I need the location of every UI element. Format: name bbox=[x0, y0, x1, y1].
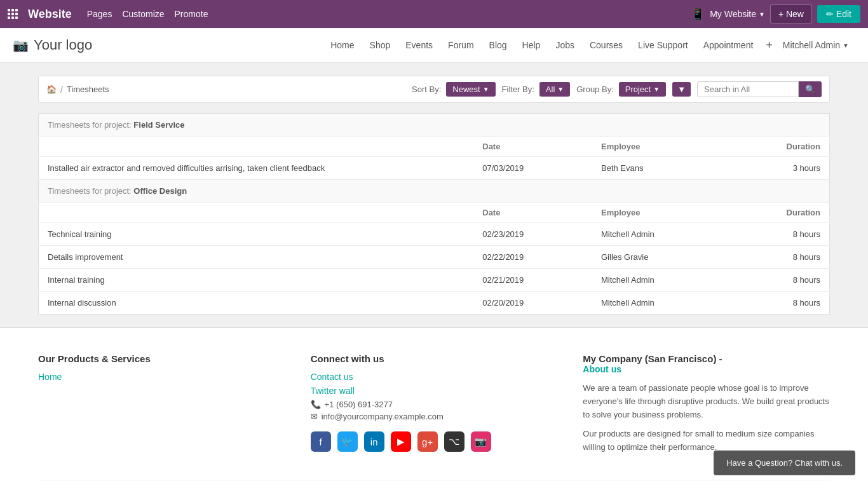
project1-header-cell: Timesheets for project: Field Service bbox=[39, 114, 830, 137]
instagram-icon[interactable]: 📷 bbox=[471, 431, 491, 452]
social-icons: f 🐦 in ▶ g+ ⌥ 📷 bbox=[311, 431, 558, 452]
breadcrumb-separator: / bbox=[60, 85, 63, 95]
row-description: Details improvement bbox=[39, 246, 474, 269]
nav-events[interactable]: Events bbox=[399, 36, 439, 54]
project2-header-row: Timesheets for project: Office Design bbox=[39, 180, 830, 203]
timesheet-table: Timesheets for project: Field Service Da… bbox=[38, 113, 830, 315]
col-header-dur1: Duration bbox=[750, 137, 830, 157]
sort-button[interactable]: Newest ▼ bbox=[446, 82, 495, 97]
user-caret: ▼ bbox=[843, 42, 849, 49]
nav-blog[interactable]: Blog bbox=[483, 36, 513, 54]
table-row[interactable]: Internal discussion 02/20/2019 Mitchell … bbox=[39, 292, 830, 315]
row-description: Internal discussion bbox=[39, 292, 474, 315]
nav-live-support[interactable]: Live Support bbox=[632, 36, 695, 54]
sort-label: Sort By: bbox=[412, 85, 441, 94]
footer-phone: 📞 +1 (650) 691-3277 bbox=[311, 400, 558, 409]
row-duration: 3 hours bbox=[750, 157, 830, 180]
row-duration: 8 hours bbox=[750, 246, 830, 269]
edit-button[interactable]: ✏ Edit bbox=[817, 5, 860, 23]
nav-forum[interactable]: Forum bbox=[442, 36, 480, 54]
top-bar-right: 📱 My Website ▼ + New ✏ Edit bbox=[691, 4, 860, 24]
add-nav-button[interactable]: + bbox=[762, 39, 776, 52]
breadcrumb-home-icon[interactable]: 🏠 bbox=[46, 85, 57, 94]
row-duration: 8 hours bbox=[750, 292, 830, 315]
row-description: Installed air extractor and removed diff… bbox=[39, 157, 474, 180]
promote-nav-link[interactable]: Promote bbox=[175, 9, 208, 19]
search-input[interactable] bbox=[697, 81, 799, 97]
footer-col-products: Our Products & Services Home bbox=[38, 353, 285, 461]
extra-filter-button[interactable]: ▼ bbox=[672, 82, 691, 97]
row-date: 02/20/2019 bbox=[473, 292, 592, 315]
footer-col2-title: Connect with us bbox=[311, 353, 558, 364]
github-icon[interactable]: ⌥ bbox=[444, 431, 465, 452]
table-row[interactable]: Installed air extractor and removed diff… bbox=[39, 157, 830, 180]
footer-email: ✉ info@yourcompany.example.com bbox=[311, 412, 558, 421]
table-row[interactable]: Technical training 02/23/2019 Mitchell A… bbox=[39, 223, 830, 246]
top-bar-nav: Pages Customize Promote bbox=[87, 9, 681, 19]
footer-col3-title: My Company (San Francisco) - About us bbox=[583, 353, 830, 374]
filter-label: Filter By: bbox=[502, 85, 534, 94]
nav-courses[interactable]: Courses bbox=[583, 36, 629, 54]
my-website-caret: ▼ bbox=[759, 11, 765, 18]
search-button[interactable]: 🔍 bbox=[799, 81, 822, 97]
row-employee: Mitchell Admin bbox=[592, 269, 750, 292]
footer-about-link[interactable]: About us bbox=[583, 364, 830, 374]
filter-caret: ▼ bbox=[557, 86, 564, 93]
grid-menu-button[interactable] bbox=[8, 9, 18, 19]
row-employee: Mitchell Admin bbox=[592, 223, 750, 246]
footer-home-link[interactable]: Home bbox=[38, 372, 285, 382]
logo-area: 📷 Your logo bbox=[13, 37, 92, 53]
sort-caret: ▼ bbox=[483, 86, 489, 93]
project2-col-headers: Date Employee Duration bbox=[39, 203, 830, 223]
linkedin-icon[interactable]: in bbox=[364, 431, 384, 452]
googleplus-icon[interactable]: g+ bbox=[417, 431, 438, 452]
nav-help[interactable]: Help bbox=[516, 36, 547, 54]
group-caret: ▼ bbox=[653, 86, 660, 93]
user-name: Mitchell Admin bbox=[783, 40, 840, 50]
footer-twitter-link[interactable]: Twitter wall bbox=[311, 386, 558, 396]
footer-col1-title: Our Products & Services bbox=[38, 353, 285, 364]
sort-group: Sort By: Newest ▼ bbox=[412, 82, 496, 97]
logo-text: Your logo bbox=[34, 37, 92, 53]
col-header-date2: Date bbox=[473, 203, 592, 223]
search-wrap: 🔍 bbox=[697, 81, 822, 97]
logo-icon: 📷 bbox=[13, 37, 29, 53]
table-row[interactable]: Details improvement 02/22/2019 Gilles Gr… bbox=[39, 246, 830, 269]
site-main-nav: Home Shop Events Forum Blog Help Jobs Co… bbox=[324, 36, 776, 54]
group-button[interactable]: Project ▼ bbox=[619, 82, 666, 97]
breadcrumb: 🏠 / Timesheets bbox=[46, 85, 405, 95]
nav-appointment[interactable]: Appointment bbox=[697, 36, 760, 54]
row-employee: Beth Evans bbox=[592, 157, 750, 180]
nav-jobs[interactable]: Jobs bbox=[549, 36, 581, 54]
footer-grid: Our Products & Services Home Connect wit… bbox=[38, 353, 830, 461]
row-description: Technical training bbox=[39, 223, 474, 246]
col-header-dur2: Duration bbox=[750, 203, 830, 223]
table-row[interactable]: Internal training 02/21/2019 Mitchell Ad… bbox=[39, 269, 830, 292]
filter-button[interactable]: All ▼ bbox=[539, 82, 570, 97]
nav-shop[interactable]: Shop bbox=[363, 36, 397, 54]
footer-bottom: Copyright © My Company (San Francisco) E… bbox=[38, 480, 830, 488]
nav-home[interactable]: Home bbox=[324, 36, 360, 54]
row-employee: Mitchell Admin bbox=[592, 292, 750, 315]
twitter-icon[interactable]: 🐦 bbox=[337, 431, 358, 452]
project1-header-row: Timesheets for project: Field Service bbox=[39, 114, 830, 137]
breadcrumb-current: Timesheets bbox=[67, 85, 109, 94]
youtube-icon[interactable]: ▶ bbox=[391, 431, 411, 452]
chat-button[interactable]: Have a Question? Chat with us. bbox=[714, 451, 855, 475]
footer-col-connect: Connect with us Contact us Twitter wall … bbox=[311, 353, 558, 461]
pages-nav-link[interactable]: Pages bbox=[87, 9, 112, 19]
my-website-button[interactable]: My Website ▼ bbox=[710, 9, 765, 19]
new-button[interactable]: + New bbox=[770, 4, 812, 24]
row-employee: Gilles Gravie bbox=[592, 246, 750, 269]
user-menu-button[interactable]: Mitchell Admin ▼ bbox=[776, 36, 855, 54]
row-duration: 8 hours bbox=[750, 269, 830, 292]
mobile-preview-button[interactable]: 📱 bbox=[691, 7, 705, 21]
top-bar: Website Pages Customize Promote 📱 My Web… bbox=[0, 0, 868, 28]
customize-nav-link[interactable]: Customize bbox=[122, 9, 164, 19]
filter-group: Filter By: All ▼ bbox=[502, 82, 571, 97]
footer-col-company: My Company (San Francisco) - About us We… bbox=[583, 353, 830, 461]
website-nav: 📷 Your logo Home Shop Events Forum Blog … bbox=[0, 28, 868, 63]
footer-contact-link[interactable]: Contact us bbox=[311, 372, 558, 382]
row-duration: 8 hours bbox=[750, 223, 830, 246]
facebook-icon[interactable]: f bbox=[311, 431, 331, 452]
